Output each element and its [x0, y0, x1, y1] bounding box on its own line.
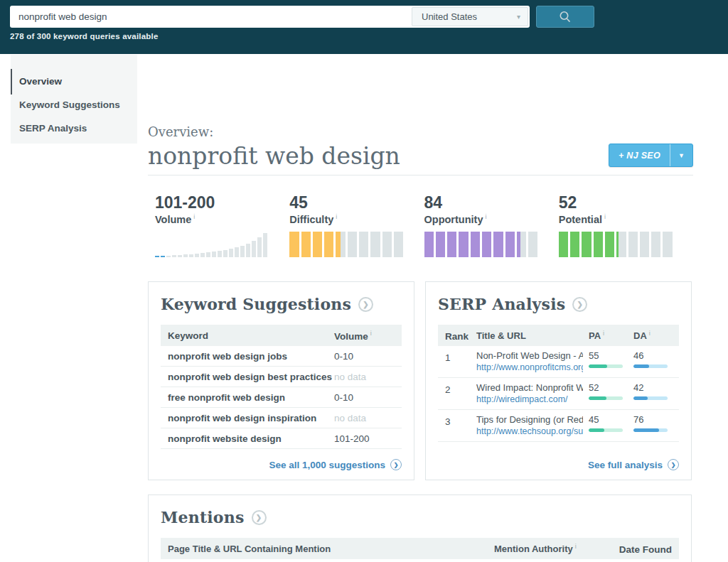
serp-analysis-panel: SERP Analysis ❯ Rank Title & URL PAi DAi… [425, 281, 692, 480]
chevron-right-icon[interactable]: ❯ [358, 297, 373, 312]
meter-segment [640, 232, 649, 257]
da-bar [633, 428, 668, 432]
difficulty-meter [289, 232, 403, 257]
list-dropdown-button[interactable]: ▼ [670, 144, 692, 166]
metric-potential: 52 Potentiali [559, 193, 693, 257]
meter-segment [382, 232, 392, 257]
volume-cell: 0-10 [334, 392, 395, 403]
meter-segment [594, 232, 603, 257]
histogram-bar [200, 253, 205, 257]
table-row[interactable]: nonprofit web design inspiration no data [161, 408, 402, 428]
pa-bar [589, 428, 623, 432]
info-icon[interactable]: i [649, 330, 651, 337]
histogram-bar [178, 255, 182, 257]
pa-bar [589, 396, 623, 400]
meter-segment [471, 232, 480, 257]
keyword-search-input[interactable] [10, 6, 410, 28]
column-da: DAi [633, 330, 672, 341]
meter-segment [336, 232, 345, 257]
histogram-bar [246, 244, 250, 257]
info-icon[interactable]: i [336, 213, 337, 220]
metric-label: Opportunityi [424, 213, 559, 225]
meter-segment [663, 232, 672, 257]
metric-value: 45 [289, 193, 424, 212]
metric-value: 52 [559, 193, 693, 212]
bar-fill [589, 364, 607, 368]
meter-segment [436, 232, 445, 257]
keyword-cell: free nonprofit web design [168, 392, 334, 403]
search-button[interactable] [536, 6, 594, 28]
rank-cell: 1 [445, 350, 476, 363]
title-url-cell: Wired Impact: Nonprofit Web... http://wi… [476, 382, 589, 404]
info-icon[interactable]: i [485, 213, 486, 220]
keyword-suggestions-table: Keyword Volumei nonprofit web design job… [161, 325, 402, 449]
metric-label: Volumei [155, 213, 289, 225]
meter-segment [348, 232, 357, 257]
metric-opportunity: 84 Opportunityi [424, 193, 559, 257]
column-pa: PAi [589, 330, 633, 341]
histogram-bar [223, 250, 228, 257]
meter-segment [370, 232, 380, 257]
top-search-header: United States ▾ 278 of 300 keyword queri… [0, 0, 728, 54]
rank-cell: 2 [445, 382, 476, 395]
table-row[interactable]: nonprofit web design jobs 0-10 [161, 346, 402, 367]
chevron-right-icon[interactable]: ❯ [252, 510, 267, 525]
add-to-list-button[interactable]: + NJ SEO [609, 144, 670, 166]
keyword-suggestions-title: Keyword Suggestions ❯ [161, 295, 402, 313]
mentions-panel: Mentions ❯ Page Title & URL Containing M… [148, 495, 692, 562]
see-all-suggestions-link[interactable]: See all 1,000 suggestions ❯ [269, 459, 402, 470]
keyword-explorer-page: United States ▾ 278 of 300 keyword queri… [0, 0, 728, 562]
keyword-cell: nonprofit web design jobs [168, 351, 334, 362]
bar-fill [589, 396, 606, 400]
opportunity-meter [424, 232, 538, 257]
metrics-row: 101-200 Volumei 45 Difficultyi 84 Opport… [148, 193, 693, 257]
table-row[interactable]: free nonprofit web design 0-10 [161, 387, 402, 408]
add-to-list-split-button: + NJ SEO ▼ [609, 144, 693, 167]
keyword-suggestions-panel: Keyword Suggestions ❯ Keyword Volumei no… [148, 281, 414, 480]
result-url-link[interactable]: http://www.techsoup.org/sup... [476, 426, 583, 436]
title-url-cell: Non-Profit Web Design - Asso.. http://ww… [476, 350, 589, 372]
meter-segment [289, 232, 299, 257]
column-keyword: Keyword [168, 330, 334, 341]
caret-down-icon: ▼ [678, 152, 685, 159]
chevron-right-icon[interactable]: ❯ [572, 297, 587, 312]
metric-value: 101-200 [155, 193, 289, 212]
info-icon[interactable]: i [603, 330, 604, 337]
pa-cell: 52 [589, 382, 633, 400]
histogram-bar [206, 252, 210, 257]
table-row[interactable]: nonprofit web design best practices no d… [161, 367, 402, 387]
table-row[interactable]: nonprofit website design 101-200 [161, 428, 402, 449]
info-icon[interactable]: i [604, 213, 606, 220]
info-icon[interactable]: i [193, 213, 195, 220]
pa-bar [589, 364, 623, 368]
overview-eyebrow: Overview: [148, 118, 693, 139]
sidebar-item-serp-analysis[interactable]: SERP Analysis [11, 123, 137, 134]
see-full-analysis-link[interactable]: See full analysis ❯ [588, 459, 679, 470]
query-quota-text: 278 of 300 keyword queries available [10, 32, 159, 40]
sidebar-item-overview[interactable]: Overview [11, 76, 137, 87]
meter-segment [605, 232, 614, 257]
volume-histogram-chart [155, 232, 269, 257]
table-header: Keyword Volumei [161, 325, 402, 346]
country-select[interactable]: United States ▾ [412, 7, 528, 26]
histogram-bar [218, 251, 222, 257]
histogram-bar [195, 254, 199, 257]
meter-segment [628, 232, 638, 257]
meter-segment [359, 232, 368, 257]
pa-cell: 55 [589, 350, 633, 368]
meter-segment [313, 232, 322, 257]
info-icon[interactable]: i [575, 543, 577, 550]
column-date-found: Date Found [601, 542, 672, 555]
result-url-link[interactable]: http://www.nonprofitcms.org/ [476, 362, 583, 372]
title-url-cell: Tips for Designing (or Redesig... http:/… [476, 414, 589, 436]
sidebar-item-keyword-suggestions[interactable]: Keyword Suggestions [11, 99, 137, 110]
metric-label: Potentiali [559, 213, 693, 225]
meter-segment [482, 232, 491, 257]
info-icon[interactable]: i [370, 330, 372, 337]
result-url-link[interactable]: http://wiredimpact.com/ [476, 394, 583, 404]
meter-segment [528, 232, 537, 257]
column-rank: Rank [445, 329, 476, 342]
table-row: Most Popular Resources - Food Allergy Re… [161, 559, 679, 562]
histogram-bar [263, 233, 267, 257]
meter-segment [517, 232, 526, 257]
